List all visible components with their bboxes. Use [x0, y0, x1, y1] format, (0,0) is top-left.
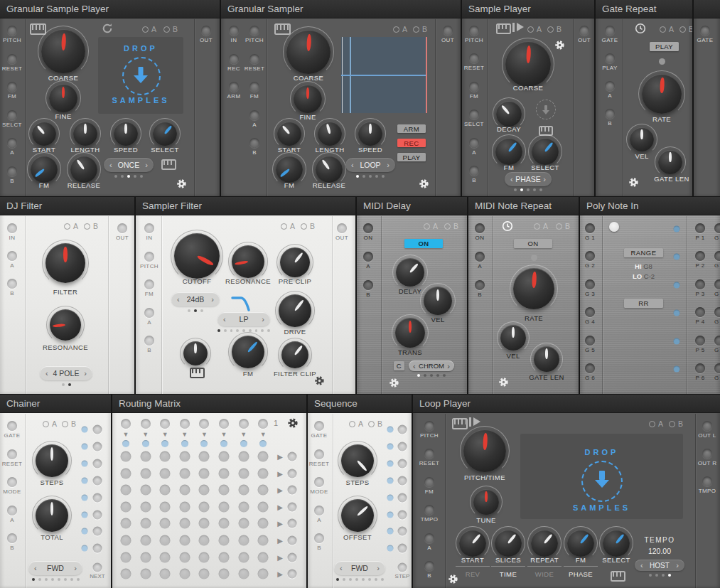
jack-port[interactable]	[201, 26, 211, 36]
jack-out-r[interactable]: OUT R	[691, 449, 720, 466]
coarse-knob[interactable]	[41, 29, 85, 73]
matrix-cell[interactable]	[179, 501, 190, 512]
jack-pitch[interactable]: PITCH	[238, 26, 271, 43]
gear-icon[interactable]	[498, 377, 509, 387]
jack-g-3[interactable]: G 3	[703, 279, 720, 297]
jack-port[interactable]	[700, 26, 710, 36]
jack-reset[interactable]: RESET	[413, 449, 446, 466]
filter-knob[interactable]	[45, 243, 85, 283]
selector-next[interactable]: ›	[543, 175, 546, 183]
jack-b[interactable]: B	[468, 280, 496, 298]
jack-play[interactable]: PLAY	[596, 53, 626, 71]
waveform-display[interactable]	[341, 37, 427, 113]
jack-port[interactable]	[7, 251, 17, 261]
jack-port[interactable]	[229, 26, 239, 36]
ab-select-a[interactable]: A	[43, 419, 57, 428]
jack-port[interactable]	[398, 544, 407, 553]
selector-prev[interactable]: ‹	[340, 564, 343, 572]
matrix-cell[interactable]	[140, 501, 151, 512]
selector-next[interactable]: ›	[447, 362, 450, 370]
fm-knob[interactable]	[567, 530, 594, 557]
refresh-icon[interactable]	[102, 23, 113, 34]
jack-port[interactable]	[229, 82, 239, 92]
jack-port[interactable]	[398, 563, 407, 572]
jack-port[interactable]	[144, 223, 154, 233]
direction-selector[interactable]: ‹FWD›	[28, 561, 82, 575]
selector-prev[interactable]: ‹	[510, 175, 513, 183]
selector-prev[interactable]: ‹	[109, 161, 112, 169]
jack-port[interactable]	[398, 510, 407, 519]
select-knob[interactable]	[153, 122, 177, 146]
jack-port[interactable]	[199, 419, 209, 429]
matrix-cell[interactable]	[160, 518, 171, 529]
jack-port[interactable]	[475, 280, 485, 290]
jack-port[interactable]	[258, 419, 268, 429]
ab-select-a[interactable]: A	[349, 419, 363, 428]
jack-port[interactable]	[605, 26, 615, 36]
module-title[interactable]: Loop Player	[413, 395, 720, 413]
matrix-cell[interactable]	[140, 552, 151, 562]
jack-reset[interactable]: RESET	[462, 53, 490, 71]
decay-knob[interactable]	[496, 101, 522, 127]
select-knob[interactable]	[532, 138, 559, 165]
rate-knob[interactable]	[513, 268, 554, 309]
jack-port[interactable]	[249, 54, 259, 64]
jack-port[interactable]	[93, 510, 102, 519]
jack-fm[interactable]: FM	[0, 82, 28, 100]
selector-next[interactable]: ›	[211, 295, 214, 304]
jack-port[interactable]	[585, 363, 595, 373]
jack-out[interactable]: OUT	[106, 223, 134, 241]
jack-reset[interactable]: RESET	[0, 54, 28, 72]
jack-port[interactable]	[7, 110, 17, 120]
matrix-cell[interactable]	[140, 485, 151, 496]
matrix-cell[interactable]	[121, 569, 131, 579]
jack-port[interactable]	[249, 110, 259, 120]
ab-select-a[interactable]: A	[660, 25, 674, 33]
drop-samples-zone[interactable]: DROP SAMPLES	[520, 434, 683, 519]
rec-button[interactable]: REC	[397, 139, 426, 147]
jack-port[interactable]	[288, 469, 297, 478]
length-knob[interactable]	[318, 122, 342, 146]
jack-port[interactable]	[7, 166, 17, 176]
jack-port[interactable]	[7, 54, 17, 64]
rr-button[interactable]: RR	[624, 299, 663, 308]
jack-g-5[interactable]: G 5	[703, 336, 720, 353]
gear-icon[interactable]	[314, 375, 325, 386]
matrix-cell[interactable]	[121, 535, 131, 546]
clock-icon[interactable]	[502, 220, 513, 232]
jack-port[interactable]	[239, 419, 249, 429]
mode-selector[interactable]: ‹ONCE›	[104, 158, 154, 172]
jack-port[interactable]	[141, 419, 151, 429]
module-title[interactable]: MIDI Delay	[357, 197, 467, 215]
matrix-cell[interactable]	[179, 485, 190, 496]
jack-b[interactable]: B	[136, 336, 166, 353]
ab-select-a[interactable]: A	[142, 25, 156, 33]
jack-port[interactable]	[398, 442, 407, 451]
matrix-cell[interactable]	[258, 485, 269, 496]
matrix-cell[interactable]	[160, 451, 171, 462]
on-button[interactable]: ON	[514, 239, 552, 248]
cutoff-knob[interactable]	[174, 233, 220, 279]
jack-port[interactable]	[475, 223, 485, 233]
jack-port[interactable]	[714, 223, 720, 233]
jack-port[interactable]	[288, 552, 297, 562]
matrix-cell[interactable]	[199, 501, 210, 512]
matrix-cell[interactable]	[199, 518, 210, 529]
jack-g-2[interactable]: G 2	[703, 251, 720, 269]
matrix-cell[interactable]	[258, 552, 269, 562]
matrix-cell[interactable]	[160, 569, 171, 579]
ab-select-b[interactable]: B	[301, 222, 315, 230]
module-title[interactable]: Gate Repeat	[596, 0, 692, 18]
matrix-cell[interactable]	[140, 451, 151, 462]
jack-port[interactable]	[93, 425, 102, 434]
module-title[interactable]: Poly Note In	[580, 197, 720, 215]
jack-port[interactable]	[398, 425, 407, 434]
jack-reset[interactable]: RESET	[0, 449, 28, 467]
module-title[interactable]: Sequence	[308, 395, 412, 413]
steps-knob[interactable]	[341, 444, 374, 477]
jack-port[interactable]	[469, 82, 479, 92]
matrix-cell[interactable]	[121, 451, 131, 462]
jack-port[interactable]	[714, 307, 720, 317]
direction-selector[interactable]: ‹FWD›	[334, 561, 385, 575]
matrix-cell[interactable]	[199, 535, 210, 546]
